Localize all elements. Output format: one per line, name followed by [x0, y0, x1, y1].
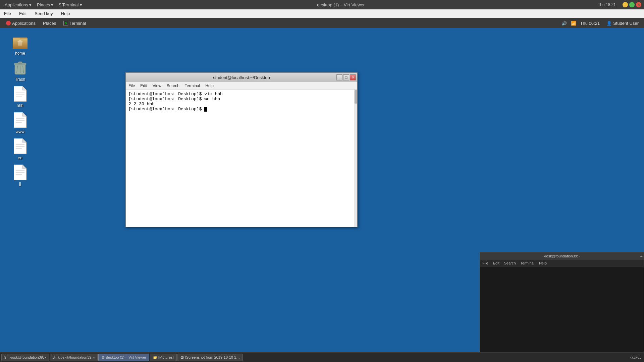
- host-taskbar-kiosk1[interactable]: $_ kiosk@foundation39:~: [1, 354, 49, 361]
- terminal-maximize-btn[interactable]: □: [343, 74, 349, 80]
- host-topbar-left: Applications ▾ Places ▾ $ Terminal ▾: [3, 2, 84, 8]
- host-places-arrow: ▾: [51, 2, 53, 7]
- guest-volume-icon: 🔊: [561, 21, 567, 26]
- guest-applications-label: Applications: [12, 21, 36, 26]
- host-taskbar-screenshot-label: [Screenshot from 2019-10-10 1…: [185, 355, 240, 359]
- virt-close-btn[interactable]: ✕: [636, 2, 641, 7]
- terminal-window: student@localhost:~/Desktop – □ ✕ File E…: [125, 72, 358, 227]
- term-menu-search[interactable]: Search: [165, 83, 181, 88]
- guest-terminal-icon: $: [63, 21, 68, 25]
- guest-applications-btn[interactable]: Applications: [3, 18, 39, 28]
- virt-minimize-btn[interactable]: –: [623, 2, 628, 7]
- guest-places-btn[interactable]: Places: [40, 18, 59, 28]
- mini-terminal-titlebar[interactable]: kiosk@foundation39:~ –: [480, 252, 644, 260]
- host-taskbar-kiosk1-icon: $_: [4, 356, 8, 359]
- host-taskbar-kiosk2-icon: $_: [53, 356, 56, 359]
- host-taskbar-virt-label: desktop (1) – Virt Viewer: [106, 355, 146, 359]
- terminal-cursor: [204, 107, 207, 112]
- terminal-scrollbar[interactable]: [354, 89, 357, 227]
- mini-terminal-menubar: File Edit Search Terminal Help: [480, 260, 644, 266]
- host-taskbar-virtviewer[interactable]: 🖥 desktop (1) – Virt Viewer: [98, 354, 149, 361]
- terminal-close-btn[interactable]: ✕: [350, 74, 356, 80]
- host-places-menu[interactable]: Places ▾: [35, 2, 55, 8]
- host-taskbar-pictures-label: [Pictures]: [158, 355, 174, 359]
- virt-menu-help[interactable]: Help: [60, 10, 71, 17]
- trash-icon-label: Trash: [15, 77, 25, 82]
- terminal-body[interactable]: [student@localhost Desktop]$ vim hhh [st…: [126, 89, 357, 227]
- hhh-icon-label: hhh: [17, 103, 23, 108]
- jj-file-icon: [12, 164, 28, 180]
- host-taskbar-cloud-label: 亿远云: [630, 355, 641, 360]
- host-taskbar: $_ kiosk@foundation39:~ $_ kiosk@foundat…: [0, 353, 644, 362]
- terminal-minimize-btn[interactable]: –: [336, 74, 342, 80]
- host-applications-menu[interactable]: Applications ▾: [3, 2, 34, 8]
- terminal-title: student@localhost:~/Desktop: [213, 75, 270, 80]
- virt-menu-edit[interactable]: Edit: [18, 10, 28, 17]
- host-taskbar-screenshot[interactable]: 🖼 [Screenshot from 2019-10-10 1…: [177, 354, 243, 361]
- mini-terminal-body[interactable]: [480, 266, 644, 362]
- guest-user-btn[interactable]: 👤 Student User: [604, 20, 641, 26]
- term-menu-help[interactable]: Help: [204, 83, 215, 88]
- host-applications-arrow: ▾: [29, 2, 32, 7]
- mini-menu-file[interactable]: File: [481, 261, 489, 265]
- host-places-label: Places: [37, 2, 50, 7]
- host-taskbar-pictures-icon: 📁: [153, 356, 157, 359]
- mini-terminal-minimize[interactable]: –: [640, 254, 642, 258]
- svg-rect-5: [18, 42, 22, 46]
- host-time: Thu 18:21: [598, 2, 616, 7]
- trash-can-icon: [12, 60, 28, 76]
- jj-icon-label: jj: [19, 182, 21, 186]
- mini-menu-search[interactable]: Search: [503, 261, 517, 265]
- mini-terminal-window: kiosk@foundation39:~ – File Edit Search …: [480, 252, 644, 362]
- guest-time: Thu 06:21: [580, 21, 600, 26]
- guest-app-dot: [6, 21, 11, 25]
- mini-menu-help[interactable]: Help: [538, 261, 548, 265]
- desktop-icon-hhh[interactable]: hhh: [7, 84, 34, 109]
- guest-panel: Applications Places $ Terminal 🔊 📶 Thu 0…: [0, 18, 644, 28]
- desktop-icon-ee[interactable]: ee: [7, 137, 34, 162]
- hhh-file-icon: [12, 86, 28, 102]
- host-taskbar-right: 亿远云: [630, 355, 643, 360]
- term-menu-view[interactable]: View: [151, 83, 163, 88]
- mini-menu-terminal[interactable]: Terminal: [520, 261, 536, 265]
- desktop-icon-www[interactable]: www: [7, 111, 34, 135]
- host-taskbar-kiosk2[interactable]: $_ kiosk@foundation39:~: [50, 354, 97, 361]
- svg-marker-13: [22, 86, 26, 90]
- desktop-icon-jj[interactable]: jj: [7, 163, 34, 188]
- desktop-icon-home[interactable]: home: [7, 32, 34, 57]
- guest-terminal-label: Terminal: [69, 21, 86, 26]
- desktop-icons-area: home: [0, 28, 40, 192]
- terminal-titlebar[interactable]: student@localhost:~/Desktop – □ ✕: [126, 73, 357, 82]
- terminal-scrollbar-thumb: [355, 90, 357, 104]
- virt-menu-sendkey[interactable]: Send key: [33, 10, 54, 17]
- host-taskbar-virt-icon: 🖥: [101, 356, 105, 359]
- host-terminal-arrow: ▾: [80, 2, 82, 7]
- host-taskbar-kiosk2-label: kiosk@foundation39:~: [58, 355, 95, 359]
- host-taskbar-screenshot-icon: 🖼: [180, 356, 184, 359]
- svg-rect-8: [18, 62, 22, 63]
- desktop-icon-trash[interactable]: Trash: [7, 58, 34, 83]
- guest-places-label: Places: [43, 21, 56, 26]
- guest-terminal-btn[interactable]: $ Terminal: [60, 18, 89, 28]
- host-taskbar-kiosk1-label: kiosk@foundation39:~: [9, 355, 46, 359]
- home-folder-icon: [12, 34, 28, 50]
- guest-panel-right: 🔊 📶 Thu 06:21 👤 Student User: [561, 20, 641, 26]
- term-menu-terminal[interactable]: Terminal: [183, 83, 201, 88]
- virt-menu-file[interactable]: File: [3, 10, 12, 17]
- home-icon-label: home: [15, 51, 25, 56]
- term-menu-edit[interactable]: Edit: [139, 83, 149, 88]
- host-taskbar-pictures[interactable]: 📁 [Pictures]: [150, 354, 177, 361]
- mini-terminal-title: kiosk@foundation39:~: [543, 254, 580, 258]
- terminal-line-1: [student@localhost Desktop]$ vim hhh: [128, 92, 355, 97]
- mini-menu-edit[interactable]: Edit: [492, 261, 500, 265]
- terminal-menubar: File Edit View Search Terminal Help: [126, 82, 357, 89]
- virt-win-controls: – □ ✕: [623, 2, 641, 7]
- host-terminal-label: Terminal: [62, 2, 78, 7]
- term-menu-file[interactable]: File: [127, 83, 136, 88]
- host-topbar: Applications ▾ Places ▾ $ Terminal ▾ des…: [0, 0, 644, 9]
- host-applications-label: Applications: [5, 2, 28, 7]
- virt-menubar: File Edit Send key Help: [0, 9, 644, 18]
- ee-file-icon: [12, 138, 28, 154]
- host-terminal-menu[interactable]: $ Terminal ▾: [57, 2, 84, 8]
- virt-maximize-btn[interactable]: □: [629, 2, 635, 7]
